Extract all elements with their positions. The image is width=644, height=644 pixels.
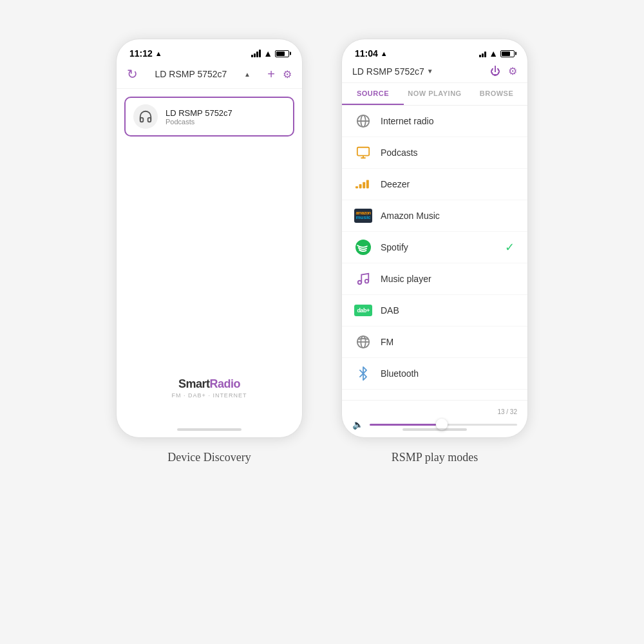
screens-row: 11:12 ▲ ▲	[116, 39, 528, 605]
add-icon[interactable]: +	[267, 67, 275, 82]
deezer-svg	[355, 178, 371, 190]
left-battery-fill	[276, 52, 285, 56]
volume-icon: 🔈	[352, 419, 363, 430]
right-settings-icon[interactable]: ⚙	[508, 65, 517, 77]
bluetooth-label: Bluetooth	[381, 368, 515, 379]
left-settings-icon[interactable]: ⚙	[283, 68, 292, 80]
bluetooth-icon	[355, 365, 372, 382]
right-nav-bar: LD RSMP 5752c7 ▼ ⏻ ⚙	[342, 62, 527, 83]
fm-svg	[356, 335, 370, 349]
svg-rect-7	[359, 184, 362, 188]
right-wifi-icon: ▲	[489, 48, 498, 59]
source-item-deezer[interactable]: Deezer	[342, 169, 527, 200]
fm-label: FM	[381, 337, 515, 347]
podcasts-svg	[356, 146, 370, 160]
signal-bar-2	[254, 53, 256, 57]
bluetooth-svg	[356, 366, 370, 381]
right-signal-bars	[479, 50, 486, 57]
logo-sub: FM · DAB+ · INTERNET	[172, 392, 247, 399]
deezer-label: Deezer	[381, 179, 515, 189]
right-caption: RSMP play modes	[392, 451, 478, 464]
music-player-icon	[355, 270, 372, 287]
svg-point-12	[365, 279, 369, 283]
logo-smart: Smart	[178, 377, 210, 390]
right-home-indicator	[402, 428, 467, 431]
music-player-label: Music player	[381, 274, 515, 284]
right-nav-icons: ⏻ ⚙	[490, 65, 517, 77]
page-container: 11:12 ▲ ▲	[0, 0, 644, 644]
volume-track[interactable]	[370, 424, 517, 426]
svg-rect-3	[357, 147, 369, 156]
source-item-bluetooth[interactable]: Bluetooth	[342, 358, 527, 390]
signal-bar-1	[251, 55, 253, 57]
device-name: LD RSMP 5752c7	[166, 108, 232, 118]
right-nav-title-group: LD RSMP 5752c7 ▼	[352, 66, 433, 77]
tab-browse[interactable]: BROWSE	[466, 83, 527, 105]
source-item-internet-radio[interactable]: Internet radio	[342, 106, 527, 137]
left-location-icon: ▲	[155, 50, 162, 57]
right-nav-title: LD RSMP 5752c7	[352, 66, 424, 77]
smart-radio-logo: SmartRadio FM · DAB+ · INTERNET	[172, 377, 247, 399]
amazon-music-icon: amazon music	[355, 207, 372, 224]
left-status-icons: ▲	[251, 48, 289, 59]
left-nav-up-arrow: ▲	[244, 71, 251, 78]
signal-bar-3	[256, 52, 258, 57]
left-status-bar: 11:12 ▲ ▲	[117, 39, 302, 62]
signal-bar-4	[259, 50, 261, 57]
tab-source[interactable]: SOURCE	[342, 83, 404, 105]
right-phone-frame: 11:04 ▲ ▲	[341, 39, 528, 438]
left-time: 11:12	[129, 48, 153, 59]
left-nav-title: LD RSMP 5752c7	[155, 69, 227, 79]
device-sub: Podcasts	[166, 118, 232, 126]
music-player-svg	[356, 272, 370, 286]
source-item-amazon[interactable]: amazon music Amazon Music	[342, 200, 527, 232]
amazon-icon-badge: amazon music	[354, 209, 372, 223]
spotify-check-icon: ✓	[505, 240, 515, 254]
source-item-spotify[interactable]: Spotify ✓	[342, 232, 527, 263]
device-avatar	[133, 104, 158, 129]
source-item-fm[interactable]: FM	[342, 327, 527, 358]
spotify-svg	[355, 240, 371, 255]
spotify-label: Spotify	[381, 242, 496, 252]
dab-label: DAB	[381, 305, 515, 316]
left-battery-icon	[275, 50, 289, 57]
internet-radio-label: Internet radio	[381, 116, 515, 126]
source-list: Internet radio Podcasts	[342, 106, 527, 400]
refresh-icon[interactable]: ↻	[127, 66, 138, 82]
fm-icon	[355, 334, 372, 350]
source-item-podcasts[interactable]: Podcasts	[342, 137, 527, 169]
tab-now-playing[interactable]: NOW PLAYING	[404, 83, 466, 105]
left-home-indicator	[177, 428, 242, 431]
spotify-icon	[355, 239, 372, 256]
right-location-icon: ▲	[381, 50, 388, 57]
amazon-music-label: Amazon Music	[381, 211, 515, 221]
right-time: 11:04	[355, 48, 378, 59]
headphone-icon	[138, 109, 153, 124]
svg-rect-8	[363, 182, 365, 189]
right-battery-icon	[500, 50, 515, 57]
device-item[interactable]: LD RSMP 5752c7 Podcasts	[124, 97, 294, 137]
svg-point-11	[358, 281, 362, 285]
left-screen-column: 11:12 ▲ ▲	[116, 39, 303, 464]
svg-rect-6	[355, 186, 358, 188]
power-icon[interactable]: ⏻	[490, 66, 500, 77]
right-status-bar: 11:04 ▲ ▲	[342, 39, 527, 62]
dab-badge: dab+	[354, 305, 372, 316]
left-signal-bars	[251, 50, 261, 57]
source-item-dab[interactable]: dab+ DAB	[342, 295, 527, 327]
podcasts-icon	[355, 144, 372, 161]
right-status-icons: ▲	[479, 48, 515, 59]
internet-radio-svg	[356, 114, 370, 128]
right-screen-column: 11:04 ▲ ▲	[341, 39, 528, 464]
podcasts-label: Podcasts	[381, 147, 515, 158]
internet-radio-icon	[355, 113, 372, 129]
r-signal-bar-3	[484, 52, 486, 57]
dab-icon: dab+	[355, 302, 372, 319]
volume-section: 13 / 32 🔈	[342, 400, 527, 437]
left-nav-icons-right: + ⚙	[267, 67, 292, 82]
r-signal-bar-1	[479, 55, 481, 57]
device-info: LD RSMP 5752c7 Podcasts	[166, 108, 232, 126]
r-signal-bar-2	[482, 53, 484, 57]
source-item-music-player[interactable]: Music player	[342, 263, 527, 295]
logo-text: SmartRadio	[178, 377, 240, 391]
